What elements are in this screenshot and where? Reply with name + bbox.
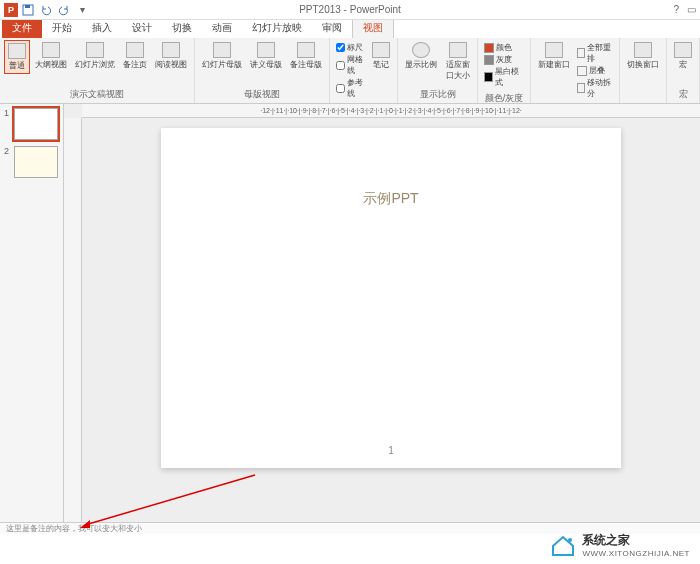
group-label	[624, 99, 662, 101]
switch-window-button[interactable]: 切换窗口	[624, 40, 662, 72]
tab-animations[interactable]: 动画	[202, 18, 242, 38]
qat-customize-icon[interactable]: ▾	[74, 2, 90, 18]
grayscale-button[interactable]: 灰度	[484, 54, 524, 65]
watermark-url: WWW.XITONGZHIJIA.NET	[582, 549, 690, 558]
workspace: 1 2 ·12·|·11·|·10·|·9·|·8·|·7·|·6·|·5·|·…	[0, 104, 700, 522]
title-bar: P ▾ PPT2013 - PowerPoint ? ▭	[0, 0, 700, 20]
tab-transitions[interactable]: 切换	[162, 18, 202, 38]
zoom-button[interactable]: 显示比例	[402, 40, 440, 72]
guides-checkbox[interactable]: 参考线	[336, 77, 365, 99]
group-macros: 宏 宏	[667, 38, 700, 103]
cascade-button[interactable]: 层叠	[577, 65, 613, 76]
tab-insert[interactable]: 插入	[82, 18, 122, 38]
color-button[interactable]: 颜色	[484, 42, 524, 53]
group-window: 新建窗口 全部重排 层叠 移动拆分 窗口	[531, 38, 620, 103]
notes-master-button[interactable]: 备注母版	[287, 40, 325, 72]
group-label: 演示文稿视图	[4, 86, 190, 101]
thumbnail-preview[interactable]	[14, 146, 58, 178]
group-switch-window: 切换窗口	[620, 38, 667, 103]
notes-text[interactable]: 这里是备注的内容，我可以变大和变小	[6, 523, 142, 534]
slide[interactable]: 示例PPT 1	[161, 128, 621, 468]
blackwhite-button[interactable]: 黑白模式	[484, 66, 524, 88]
slide-thumbnail-panel: 1 2	[0, 104, 64, 522]
redo-button[interactable]	[56, 2, 72, 18]
ribbon: 普通 大纲视图 幻灯片浏览 备注页 阅读视图 演示文稿视图 幻灯片母版 讲义母版…	[0, 38, 700, 104]
handout-master-button[interactable]: 讲义母版	[247, 40, 285, 72]
tab-slideshow[interactable]: 幻灯片放映	[242, 18, 312, 38]
reading-view-button[interactable]: 阅读视图	[152, 40, 190, 72]
macros-button[interactable]: 宏	[671, 40, 695, 72]
svg-point-4	[568, 538, 572, 542]
group-label: 宏	[671, 86, 695, 101]
svg-rect-1	[25, 5, 30, 8]
group-master-views: 幻灯片母版 讲义母版 备注母版 母版视图	[195, 38, 330, 103]
ribbon-tabs: 文件 开始 插入 设计 切换 动画 幻灯片放映 审阅 视图	[0, 20, 700, 38]
tab-design[interactable]: 设计	[122, 18, 162, 38]
thumbnail-preview[interactable]	[14, 108, 58, 140]
fit-window-button[interactable]: 适应窗口大小	[442, 40, 473, 83]
vertical-ruler	[64, 118, 82, 522]
save-button[interactable]	[20, 2, 36, 18]
group-show: 标尺 网格线 参考线 笔记 显示	[330, 38, 398, 103]
notes-page-button[interactable]: 备注页	[120, 40, 150, 72]
group-presentation-views: 普通 大纲视图 幻灯片浏览 备注页 阅读视图 演示文稿视图	[0, 38, 195, 103]
help-icon[interactable]: ?	[673, 4, 679, 15]
horizontal-ruler: ·12·|·11·|·10·|·9·|·8·|·7·|·6·|·5·|·4·|·…	[82, 104, 700, 118]
slide-number: 1	[161, 445, 621, 456]
ribbon-options-icon[interactable]: ▭	[687, 4, 696, 15]
group-label: 显示比例	[402, 86, 473, 101]
thumbnail-item[interactable]: 2	[4, 146, 59, 178]
slide-title-text[interactable]: 示例PPT	[161, 190, 621, 208]
ruler-checkbox[interactable]: 标尺	[336, 42, 365, 53]
group-label: 母版视图	[199, 86, 325, 101]
normal-view-button[interactable]: 普通	[4, 40, 30, 74]
thumbnail-item[interactable]: 1	[4, 108, 59, 140]
slide-editor: ·12·|·11·|·10·|·9·|·8·|·7·|·6·|·5·|·4·|·…	[64, 104, 700, 522]
window-title: PPT2013 - PowerPoint	[299, 4, 401, 15]
arrange-all-button[interactable]: 全部重排	[577, 42, 613, 64]
thumbnail-number: 2	[4, 146, 12, 178]
new-window-button[interactable]: 新建窗口	[535, 40, 573, 72]
undo-button[interactable]	[38, 2, 54, 18]
tab-home[interactable]: 开始	[42, 18, 82, 38]
slide-master-button[interactable]: 幻灯片母版	[199, 40, 245, 72]
powerpoint-icon: P	[4, 3, 18, 17]
notes-button[interactable]: 笔记	[369, 40, 393, 72]
slide-canvas-area[interactable]: 示例PPT 1	[82, 118, 700, 522]
watermark-title: 系统之家	[582, 532, 690, 549]
move-split-button[interactable]: 移动拆分	[577, 77, 613, 99]
group-color: 颜色 灰度 黑白模式 颜色/灰度	[478, 38, 531, 103]
thumbnail-number: 1	[4, 108, 12, 140]
quick-access-toolbar: P ▾	[4, 2, 90, 18]
outline-view-button[interactable]: 大纲视图	[32, 40, 70, 72]
tab-view[interactable]: 视图	[352, 17, 394, 38]
watermark: 系统之家 WWW.XITONGZHIJIA.NET	[550, 532, 690, 558]
group-zoom: 显示比例 适应窗口大小 显示比例	[398, 38, 478, 103]
window-controls: ? ▭	[673, 4, 696, 15]
gridlines-checkbox[interactable]: 网格线	[336, 54, 365, 76]
tab-review[interactable]: 审阅	[312, 18, 352, 38]
group-label: 颜色/灰度	[482, 90, 526, 105]
tab-file[interactable]: 文件	[2, 18, 42, 38]
house-icon	[550, 534, 576, 556]
slide-sorter-button[interactable]: 幻灯片浏览	[72, 40, 118, 72]
